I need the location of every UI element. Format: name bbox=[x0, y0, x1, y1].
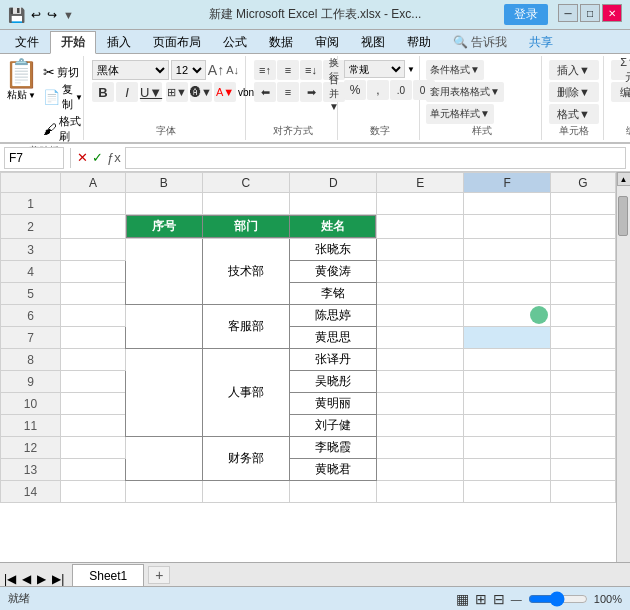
cell-f7[interactable] bbox=[464, 327, 551, 349]
insert-cells-button[interactable]: 插入▼ bbox=[549, 60, 599, 80]
cell-a11[interactable] bbox=[61, 415, 126, 437]
cell-e9[interactable] bbox=[377, 371, 464, 393]
cell-b14[interactable] bbox=[126, 481, 203, 503]
cell-c-renshi[interactable]: 人事部 bbox=[202, 349, 289, 437]
save-icon[interactable]: 💾 bbox=[8, 7, 25, 23]
header-bumen[interactable]: 部门 bbox=[202, 216, 289, 238]
cell-c14[interactable] bbox=[202, 481, 289, 503]
sheet-scroll-prev[interactable]: ◀ bbox=[22, 572, 31, 586]
col-header-c[interactable]: C bbox=[202, 173, 289, 193]
tab-data[interactable]: 数据 bbox=[258, 31, 304, 53]
cell-c-jishubu[interactable]: 技术部 bbox=[202, 239, 289, 305]
tab-home[interactable]: 开始 bbox=[50, 31, 96, 54]
tab-review[interactable]: 审阅 bbox=[304, 31, 350, 53]
cell-g14[interactable] bbox=[550, 481, 615, 503]
cell-a4[interactable] bbox=[61, 261, 126, 283]
tab-help[interactable]: 帮助 bbox=[396, 31, 442, 53]
zoom-slider[interactable] bbox=[528, 591, 588, 607]
cell-f8[interactable] bbox=[464, 349, 551, 371]
cell-f11[interactable] bbox=[464, 415, 551, 437]
align-right-button[interactable]: ➡ bbox=[300, 82, 322, 102]
cell-d5[interactable]: 李铭 bbox=[290, 283, 377, 305]
cell-a12[interactable] bbox=[61, 437, 126, 459]
col-header-b[interactable]: B bbox=[126, 173, 203, 193]
confirm-formula-icon[interactable]: ✓ bbox=[92, 150, 103, 165]
cell-c1[interactable] bbox=[202, 193, 289, 215]
cell-f1[interactable] bbox=[464, 193, 551, 215]
cell-a1[interactable] bbox=[61, 193, 126, 215]
col-header-d[interactable]: D bbox=[290, 173, 377, 193]
cell-a6[interactable] bbox=[61, 305, 126, 327]
insert-function-icon[interactable]: ƒx bbox=[107, 150, 121, 165]
cell-d1[interactable] bbox=[290, 193, 377, 215]
header-xingming[interactable]: 姓名 bbox=[289, 216, 376, 238]
cell-g8[interactable] bbox=[550, 349, 615, 371]
tab-tell-me[interactable]: 🔍 告诉我 bbox=[442, 31, 518, 53]
cell-e5[interactable] bbox=[377, 283, 464, 305]
copy-icon[interactable]: 📄 bbox=[43, 89, 60, 105]
cell-g6[interactable] bbox=[550, 305, 615, 327]
increase-decimal-button[interactable]: .0 bbox=[390, 80, 412, 100]
cell-c-caiwu[interactable]: 财务部 bbox=[202, 437, 289, 481]
cut-icon[interactable]: ✂ bbox=[43, 64, 55, 80]
redo-icon[interactable]: ↪ bbox=[47, 8, 57, 22]
sheet-scroll-next[interactable]: ▶ bbox=[37, 572, 46, 586]
bold-button[interactable]: B bbox=[92, 82, 114, 102]
percent-button[interactable]: % bbox=[344, 80, 366, 100]
cell-a5[interactable] bbox=[61, 283, 126, 305]
cell-styles-button[interactable]: 单元格样式▼ bbox=[426, 104, 494, 124]
table-format-button[interactable]: 套用表格格式▼ bbox=[426, 82, 504, 102]
cell-b-renshi[interactable] bbox=[126, 349, 203, 437]
tab-insert[interactable]: 插入 bbox=[96, 31, 142, 53]
vertical-scrollbar[interactable]: ▲ ▼ bbox=[616, 172, 630, 588]
cell-d9[interactable]: 吴晓彤 bbox=[290, 371, 377, 393]
sheet-scroll-left[interactable]: |◀ bbox=[4, 572, 16, 586]
cell-g13[interactable] bbox=[550, 459, 615, 481]
cancel-formula-icon[interactable]: ✕ bbox=[77, 150, 88, 165]
cell-a9[interactable] bbox=[61, 371, 126, 393]
cell-d13[interactable]: 黄晓君 bbox=[290, 459, 377, 481]
cell-g3[interactable] bbox=[550, 239, 615, 261]
cell-g9[interactable] bbox=[550, 371, 615, 393]
minimize-button[interactable]: ─ bbox=[558, 4, 578, 22]
cell-g2[interactable] bbox=[550, 215, 615, 239]
cell-g1[interactable] bbox=[550, 193, 615, 215]
cell-g10[interactable] bbox=[550, 393, 615, 415]
cell-f3[interactable] bbox=[464, 239, 551, 261]
underline-button[interactable]: U▼ bbox=[140, 82, 162, 102]
view-layout-icon[interactable]: ⊞ bbox=[475, 591, 487, 607]
maximize-button[interactable]: □ bbox=[580, 4, 600, 22]
tab-view[interactable]: 视图 bbox=[350, 31, 396, 53]
cell-b-caiwu[interactable] bbox=[126, 437, 203, 481]
number-format-select[interactable]: 常规 bbox=[344, 60, 405, 78]
cell-e6[interactable] bbox=[377, 305, 464, 327]
col-header-g[interactable]: G bbox=[550, 173, 615, 193]
cell-a8[interactable] bbox=[61, 349, 126, 371]
italic-button[interactable]: I bbox=[116, 82, 138, 102]
cell-b-kefu[interactable] bbox=[126, 305, 203, 349]
autosum-button[interactable]: Σ▼ 单元格 bbox=[611, 60, 630, 80]
scroll-thumb[interactable] bbox=[618, 196, 628, 236]
align-top-right-button[interactable]: ≡↓ bbox=[300, 60, 322, 80]
view-normal-icon[interactable]: ▦ bbox=[456, 591, 469, 607]
delete-cells-button[interactable]: 删除▼ bbox=[549, 82, 599, 102]
number-format-dropdown[interactable]: ▼ bbox=[407, 65, 415, 74]
formula-input[interactable] bbox=[125, 147, 626, 169]
login-button[interactable]: 登录 bbox=[504, 4, 548, 25]
cell-d6[interactable]: 陈思婷 bbox=[290, 305, 377, 327]
cell-a7[interactable] bbox=[61, 327, 126, 349]
format-painter-icon[interactable]: 🖌 bbox=[43, 121, 57, 137]
cell-g4[interactable] bbox=[550, 261, 615, 283]
cell-d11[interactable]: 刘子健 bbox=[290, 415, 377, 437]
tab-formulas[interactable]: 公式 bbox=[212, 31, 258, 53]
font-size-inc-icon[interactable]: A↑ bbox=[208, 62, 224, 78]
cell-e14[interactable] bbox=[377, 481, 464, 503]
scroll-up-button[interactable]: ▲ bbox=[617, 172, 631, 186]
align-left-button[interactable]: ⬅ bbox=[254, 82, 276, 102]
cell-name-box[interactable]: F7 bbox=[4, 147, 64, 169]
cell-e11[interactable] bbox=[377, 415, 464, 437]
comma-button[interactable]: , bbox=[367, 80, 389, 100]
cell-f12[interactable] bbox=[464, 437, 551, 459]
tab-file[interactable]: 文件 bbox=[4, 31, 50, 53]
cell-e10[interactable] bbox=[377, 393, 464, 415]
